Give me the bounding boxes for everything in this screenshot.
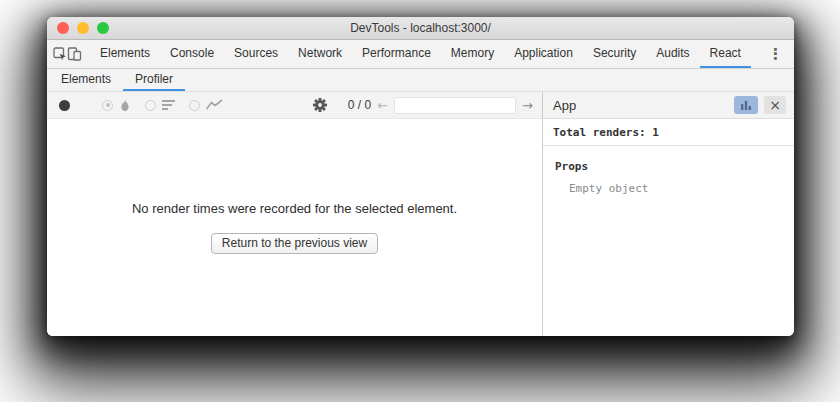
interactions-radio[interactable] [189,100,200,111]
tab-elements[interactable]: Elements [90,40,160,68]
tab-application[interactable]: Application [504,40,583,68]
return-previous-view-button[interactable]: Return to the previous view [211,233,378,254]
details-panel-header: App × [543,92,794,119]
tab-console[interactable]: Console [160,40,224,68]
subtab-profiler[interactable]: Profiler [123,69,185,91]
tab-performance[interactable]: Performance [352,40,441,68]
settings-gear-icon[interactable] [313,98,327,112]
traffic-lights [57,17,109,39]
tab-memory[interactable]: Memory [441,40,504,68]
tab-sources[interactable]: Sources [224,40,288,68]
render-chart-button[interactable] [734,96,758,114]
bar-chart-icon [740,99,752,111]
profiler-empty-state: No render times were recorded for the se… [47,119,542,336]
close-panel-icon[interactable]: × [764,96,786,114]
profiler-panel: 0 / 0 ← → No render times were recorded … [47,92,542,336]
flame-icon [119,99,131,112]
more-options-icon[interactable]: ⋮ [759,40,792,68]
minimize-window-button[interactable] [77,22,89,34]
previous-commit-arrow-icon[interactable]: ← [377,99,388,112]
flamegraph-radio[interactable] [102,100,113,111]
devtools-tabbar: Elements Console Sources Network Perform… [47,40,794,69]
element-details-panel: App × Total renders: 1 Props Empty objec… [542,92,794,336]
tab-security[interactable]: Security [583,40,646,68]
record-button[interactable] [59,100,70,111]
tab-audits[interactable]: Audits [646,40,699,68]
inspect-element-icon[interactable] [53,40,67,68]
window-title: DevTools - localhost:3000/ [47,21,794,35]
total-renders-text: Total renders: 1 [543,119,794,146]
empty-state-message: No render times were recorded for the se… [132,201,457,216]
commit-filter-input[interactable] [394,97,516,114]
tab-network[interactable]: Network [288,40,352,68]
device-toolbar-icon[interactable] [67,40,82,68]
tab-react[interactable]: React [700,40,751,68]
ranked-radio[interactable] [145,100,156,111]
profiler-main: 0 / 0 ← → No render times were recorded … [47,92,794,336]
selected-element-name: App [553,98,728,113]
subtab-elements[interactable]: Elements [49,69,123,91]
react-subtabs: Elements Profiler [47,69,794,92]
devtools-window: DevTools - localhost:3000/ Elements Cons… [47,17,794,336]
props-value: Empty object [569,182,794,195]
ranked-chart-icon [162,99,175,111]
commit-counter: 0 / 0 [348,98,371,112]
next-commit-arrow-icon[interactable]: → [522,99,533,112]
profiler-toolbar: 0 / 0 ← → [47,92,542,119]
zoom-window-button[interactable] [97,22,109,34]
titlebar[interactable]: DevTools - localhost:3000/ [47,17,794,40]
close-window-button[interactable] [57,22,69,34]
props-heading: Props [555,160,794,173]
interactions-icon [206,99,223,111]
